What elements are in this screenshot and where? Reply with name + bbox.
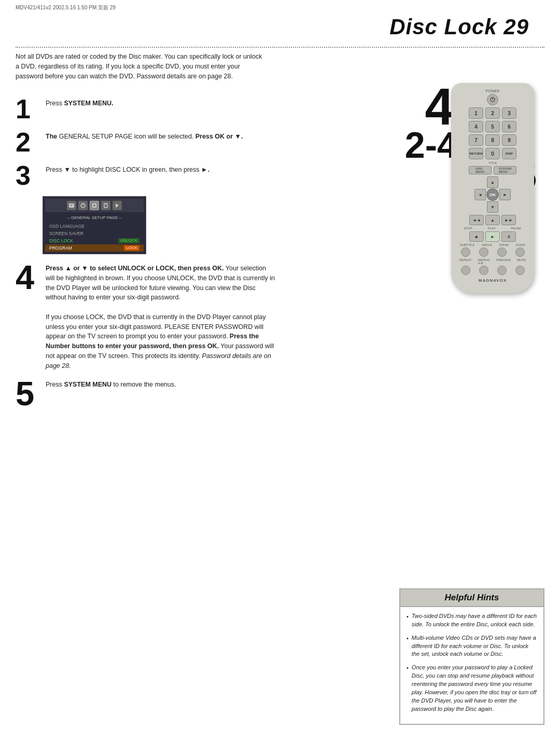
button-display[interactable]: DISP [502,148,516,159]
play-label: PLAY [488,227,496,230]
step-5: 5 Press SYSTEM MENU to remove the menus. [16,380,275,410]
num-row-2: 4 5 6 [456,121,529,132]
rewind-button[interactable]: ◄◄ [469,215,484,225]
hint-item-3: • Once you enter your password to play a… [407,664,537,713]
step-5-number: 5 [16,377,41,410]
function-labels-2: REPEAT REPEATA-B PREVIEW MUTE [456,258,529,265]
helpful-hints-title: Helpful Hints [400,589,543,607]
header-meta: MDV421/411v2 2002.5.16 1:50 PM 页面 29 [16,4,116,11]
hint-item-1: • Two-sided DVDs may have a different ID… [407,612,537,629]
step3-screenshot: -- GENERAL SETUP PAGE -- OSD LANGUAGE SC… [43,196,146,254]
pause-label: PAUSE [511,227,521,230]
button-7[interactable]: 7 [469,134,483,146]
menu-row: DISCMENU SYSTEMMENU [456,166,529,174]
step-2: 2 The GENERAL SETUP PAGE icon will be se… [16,132,275,156]
nav-ok-button[interactable]: OK [486,188,499,201]
button-1[interactable]: 1 [469,107,483,119]
screenshot-row-program: PROGRAM LOCK [45,244,144,252]
subtitle-button[interactable] [461,248,470,257]
system-menu-button[interactable]: SYSTEMMENU [494,166,516,174]
hint-bullet-3: • [407,664,409,672]
step-1: 1 Press SYSTEM MENU. [16,99,275,122]
brand-label: MAGNAVOX [456,278,529,283]
page-header: MDV421/411v2 2002.5.16 1:50 PM 页面 29 [16,4,544,11]
button-8[interactable]: 8 [485,134,500,146]
step-2-number: 2 [16,129,41,156]
hint-text-2: Multi-volume Video CDs or DVD sets may h… [412,634,537,659]
num-row-3: 7 8 9 [456,134,529,146]
nav-cluster: ▲ ◄ OK ► ▼ [456,176,529,213]
svg-rect-6 [93,204,95,207]
nav-left-button[interactable]: ◄ [474,189,486,200]
hint-bullet-2: • [407,635,409,643]
circle-row-1 [456,248,529,257]
button-6[interactable]: 6 [502,121,516,132]
button-4[interactable]: 4 [469,121,483,132]
step-1-bold: SYSTEM MENU. [64,100,113,107]
step-1-content: Press SYSTEM MENU. [46,99,275,108]
audio-button[interactable] [515,248,525,257]
step-2-content: The GENERAL SETUP PAGE icon will be sele… [46,132,275,142]
transport-row-2: ■ ► ⏸ [456,231,529,242]
disc-menu-button[interactable]: DISCMENU [469,166,492,174]
step-3-number: 3 [16,162,41,189]
ffwd-button[interactable]: ►► [501,215,516,225]
step-1-number: 1 [16,95,41,122]
button-0[interactable]: 0 [485,148,500,159]
zoom-button[interactable] [497,248,507,257]
nav-right-button[interactable]: ► [499,189,511,200]
remote-container: POWER 1 2 3 4 5 6 7 [441,83,544,293]
nav-down-button[interactable]: ▼ [487,201,498,213]
page-title: Disc Lock 29 [389,15,529,39]
power-row [456,94,529,105]
button-3[interactable]: 3 [502,107,516,119]
circle-row-2 [456,266,529,275]
up-button[interactable]: ▲ [485,215,500,225]
power-label: POWER [456,89,529,93]
step-5-content: Press SYSTEM MENU to remove the menus. [46,380,275,390]
preview-button[interactable] [497,266,507,275]
dotted-rule [16,47,544,48]
mute-button[interactable] [515,266,525,275]
hints-body: • Two-sided DVDs may have a different ID… [400,607,543,724]
button-2[interactable]: 2 [485,107,500,119]
stop-button[interactable]: ■ [469,231,484,242]
hint-text-1: Two-sided DVDs may have a different ID f… [412,612,537,629]
angle-button[interactable] [479,248,488,257]
step-4: 4 Press ▲ or ▼ to select UNLOCK or LOCK,… [16,264,275,370]
special-row: RETURN 0 DISP [456,148,529,159]
title-label: TITLE [488,161,497,164]
repeat-button[interactable] [461,266,470,275]
pause-button[interactable]: ⏸ [501,231,516,242]
nav-up-button[interactable]: ▲ [487,176,498,188]
step-3: 3 Press ▼ to highlight DISC LOCK in gree… [16,165,275,254]
play-button[interactable]: ► [485,231,500,242]
svg-rect-2 [70,205,72,206]
repeat-ab-button[interactable] [479,266,488,275]
function-labels: SUBTITLE ANGLE ZOOM AUDIO [456,243,529,246]
button-return[interactable]: RETURN [469,148,483,159]
hint-text-3: Once you enter your password to play a L… [412,664,537,713]
hint-item-2: • Multi-volume Video CDs or DVD sets may… [407,634,537,659]
step-3-content: Press ▼ to highlight DISC LOCK in green,… [46,165,209,175]
steps-container: 1 Press SYSTEM MENU. 2 The GENERAL SETUP… [16,99,275,420]
screenshot-row-disc: DISC LOCK UNLOCK [45,237,144,244]
stop-label: STOP [464,227,472,230]
main-content: Not all DVDs are rated or coded by the D… [16,52,544,740]
nav-cross: ▲ ◄ OK ► ▼ [474,176,511,213]
button-9[interactable]: 9 [502,134,516,146]
power-button[interactable] [487,94,498,105]
svg-rect-1 [70,204,73,205]
transport-row-1: ◄◄ ▲ ►► [456,215,529,225]
page-title-area: Disc Lock 29 [389,15,529,39]
helpful-hints-box: Helpful Hints • Two-sided DVDs may have … [399,588,544,725]
screenshot-row-osd: OSD LANGUAGE [45,223,144,230]
screenshot-row-screen: SCREEN SAVER [45,230,144,237]
hint-bullet-1: • [407,613,409,621]
step-4-content: Press ▲ or ▼ to select UNLOCK or LOCK, t… [46,264,275,370]
step-4-number: 4 [16,260,41,294]
button-5[interactable]: 5 [485,121,500,132]
num-row-1: 1 2 3 [456,107,529,119]
svg-rect-7 [104,203,107,208]
remote: POWER 1 2 3 4 5 6 7 [451,83,534,293]
